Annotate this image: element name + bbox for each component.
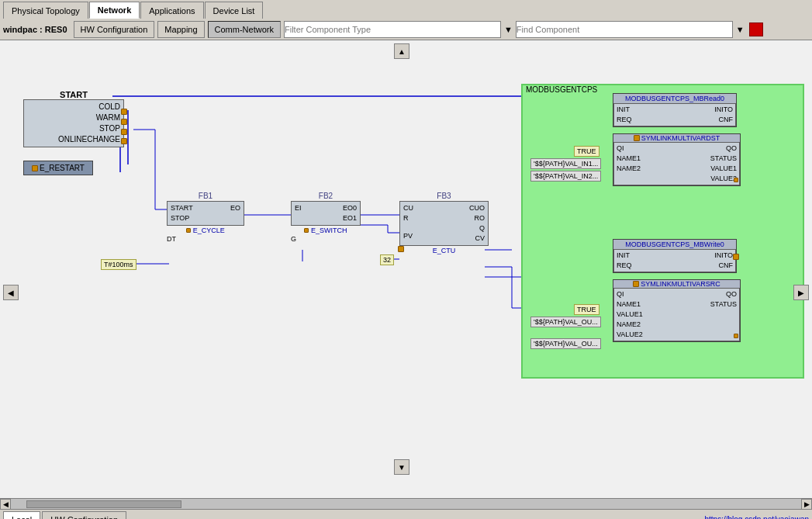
pv-value-label: 32: [380, 254, 394, 265]
modbus-read-inner: INIT REQ INITO CNF: [613, 103, 736, 126]
scroll-thumb-h[interactable]: [26, 500, 181, 508]
mbwrite-cnf-port: CNF: [719, 261, 734, 271]
val-in2-label: '$${PATH}VAL_IN2...: [530, 171, 601, 182]
fb3-cv-port: CV: [475, 234, 485, 244]
hw-config-button[interactable]: HW Configuration: [74, 21, 155, 38]
fb3-right-ports: CUO RO Q CV: [444, 203, 485, 244]
status-tab-hw-config[interactable]: HW Configuration: [42, 511, 126, 520]
fb1-start-port: START: [171, 203, 193, 213]
dst-status-port: STATUS: [710, 154, 737, 164]
dst-value2-port: VALUE2: [710, 174, 737, 184]
fb3-title: FB3: [399, 192, 489, 200]
fb2-left-ports: EI: [295, 203, 326, 223]
mapping-button[interactable]: Mapping: [157, 21, 204, 38]
src-name2-port: NAME2: [617, 320, 643, 330]
fb3-name-port: E_CTU: [399, 247, 489, 254]
start-cold: COLD: [27, 102, 120, 112]
fb3-r-port: R: [403, 213, 409, 223]
filter-input[interactable]: [284, 21, 501, 38]
symlink-dst-header: SYMLINKMULTIVARDST: [613, 134, 740, 142]
fb1-dt-row: DT: [167, 235, 244, 243]
fb1-stop-port: STOP: [171, 213, 189, 223]
symlink-src-block: SYMLINKMULTIVARSRC QI NAME1 VALUE1 NAME2…: [613, 279, 741, 342]
dst-value1-port: VALUE1: [710, 164, 737, 174]
fb3-left-ports: CU R PV: [403, 203, 444, 244]
find-input[interactable]: [516, 21, 733, 38]
src-value1-port: VALUE1: [617, 310, 643, 320]
fb1-eo-port: EO: [230, 203, 240, 213]
e-restart-block: E_RESTART: [23, 161, 93, 175]
mbread-cnf-port: CNF: [719, 115, 734, 125]
dt-value-label: T#100ms: [101, 259, 136, 270]
canvas-area: ▲ ▼ ◀ ▶ START COL: [0, 40, 812, 498]
modbus-write-inner: INIT REQ INITO CNF: [613, 249, 736, 272]
project-label: windpac : RES0: [3, 25, 67, 34]
start-inner: COLD WARM STOP ONLINECHANGE: [23, 99, 124, 147]
dst-qo-port: QO: [726, 144, 737, 154]
symlink-dst-icon: [634, 135, 640, 141]
fb2-title: FB2: [291, 192, 361, 200]
fb2-block: FB2 EI EO0 EO1 E_SWITCH G: [291, 192, 361, 243]
symlink-src-icon: [633, 281, 639, 287]
fb1-name-port: E_CYCLE: [167, 227, 244, 234]
fb1-inner: START STOP EO: [167, 201, 244, 226]
mbwrite-init-port: INIT: [617, 251, 632, 261]
fb3-inner: CU R PV CUO RO Q CV: [399, 201, 489, 246]
start-onlinechange: ONLINECHANGE: [27, 134, 120, 145]
tab-physical-topology[interactable]: Physical Topology: [3, 2, 88, 19]
scroll-right-arrow[interactable]: ▶: [801, 499, 812, 510]
symlink-src-left: QI NAME1 VALUE1 NAME2 VALUE2: [617, 289, 643, 340]
modbus-write-left: INIT REQ: [617, 251, 632, 271]
status-tab-local[interactable]: Local: [3, 511, 40, 520]
tab-bar: Physical Topology Network Applications D…: [0, 0, 812, 19]
fb3-cuo-port: CUO: [469, 203, 485, 213]
symlink-src-header: SYMLINKMULTIVARSRC: [613, 280, 740, 288]
val-in1-label: '$${PATH}VAL_IN1...: [530, 158, 601, 169]
fb3-pv-port: PV: [403, 231, 413, 241]
mbwrite-req-port: REQ: [617, 261, 632, 271]
e-restart-label: E_RESTART: [40, 164, 85, 172]
nav-down-arrow[interactable]: ▼: [394, 459, 409, 475]
mbwrite-inito-port: INITO: [714, 251, 733, 261]
start-title: START: [23, 90, 124, 99]
nav-left-arrow[interactable]: ◀: [3, 285, 19, 300]
fb3-q-port: Q: [479, 223, 485, 234]
src-qi-port: QI: [617, 289, 643, 299]
fb1-dt-port: DT: [167, 235, 176, 243]
nav-up-arrow[interactable]: ▲: [394, 43, 409, 59]
fb3-block: FB3 CU R PV CUO RO Q CV E_CTU: [399, 192, 489, 254]
modbus-read-title: MODBUSGENTCPS_MBRead0: [613, 94, 736, 103]
fb2-name-port: E_SWITCH: [291, 227, 361, 234]
fb3-connector: [398, 244, 404, 254]
fb3-cu-port: CU: [403, 203, 413, 213]
start-block: START COLD WARM STOP ONLINECHANGE: [23, 90, 124, 147]
symlink-dst-block: SYMLINKMULTIVARDST QI NAME1 NAME2 QO STA…: [613, 133, 741, 186]
fb1-block: FB1 START STOP EO E_CYCLE DT: [167, 192, 244, 243]
src-qo-port: QO: [726, 289, 737, 299]
modbus-write-title: MODBUSGENTCPS_MBWrite0: [613, 240, 736, 249]
stop-connector: [121, 127, 127, 137]
symlink-src-inner: QI NAME1 VALUE1 NAME2 VALUE2 QO STATUS: [613, 288, 740, 341]
toolbar: windpac : RES0 HW Configuration Mapping …: [0, 19, 812, 40]
scrollbar-h: ◀ ▶: [0, 498, 812, 509]
fb1-right-ports: EO: [206, 203, 240, 223]
nav-right-arrow[interactable]: ▶: [793, 285, 809, 300]
fb2-ei-port: EI: [295, 203, 302, 213]
scroll-left-arrow[interactable]: ◀: [0, 499, 11, 510]
e-restart-icon: [32, 165, 38, 171]
mbwrite-gear-icon: [733, 254, 739, 261]
tab-device-list[interactable]: Device List: [205, 2, 264, 19]
tab-applications[interactable]: Applications: [140, 2, 203, 19]
modbus-write-right: INITO CNF: [714, 251, 733, 271]
symlink-dst-inner: QI NAME1 NAME2 QO STATUS VALUE1 VALUE2: [613, 142, 740, 185]
comm-network-button[interactable]: Comm-Network: [208, 21, 281, 38]
status-bar: Local HW Configuration https://blog.csdn…: [0, 509, 812, 519]
symlink-src-right: QO STATUS: [710, 289, 737, 340]
fb2-eo0-port: EO0: [343, 203, 357, 213]
mbread-req-port: REQ: [617, 115, 632, 125]
tab-network[interactable]: Network: [89, 2, 140, 19]
modbus-group-label: MODBUSGENTCPS: [526, 85, 597, 94]
fb2-inner: EI EO0 EO1: [291, 201, 361, 226]
fb2-right-ports: EO0 EO1: [326, 203, 357, 223]
symlink-dst-left: QI NAME1 NAME2: [617, 144, 641, 184]
